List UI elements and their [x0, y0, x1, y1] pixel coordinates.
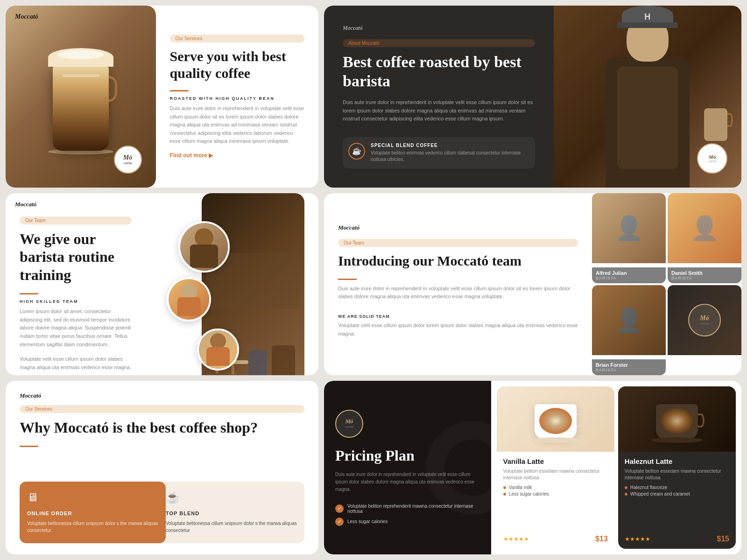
card3-body2: Voluptate velit esse cillum ipsum dolor …: [20, 355, 132, 371]
card1-body: Duis aute irure dolor in reprehenderit i…: [170, 105, 304, 146]
badge-mo: Mó: [709, 154, 716, 160]
vanilla-ingredient-1: Vanilla milk: [503, 485, 608, 490]
brian-photo: 👤: [592, 285, 666, 355]
team-section-body: Voluptate velit esse cillum ipsum dolor …: [338, 322, 578, 338]
haleznut-latte-info: Haleznut Latte Voluptate beliton essedam…: [618, 452, 736, 549]
team-member-alfred: 👤 Alfred Julian BARISTA: [592, 193, 666, 283]
haleznut-ingredient-1-text: Haleznut flavorize: [630, 485, 667, 490]
pricing-check2: ✓ Less sugar calories: [335, 518, 480, 526]
card3-text: Our Team We give our barista routine tra…: [20, 217, 132, 375]
pricing-dark-section: Mó •1970• Pricing Plan Duis aute irure d…: [324, 381, 491, 554]
check-icon-1: ✓: [335, 504, 344, 513]
vanilla-latte-img: [497, 386, 614, 452]
vanilla-ingredient-2: Less sugar calories: [503, 491, 608, 497]
check-icon-2: ✓: [335, 518, 344, 526]
haleznut-stars: ★★★★★: [625, 536, 650, 543]
alfred-name-overlay: Alfred Julian BARISTA: [592, 267, 666, 283]
card3-image-col: [141, 217, 304, 375]
card2-logo-badge: Mó •1970•: [697, 143, 727, 174]
alfred-photo: 👤: [592, 193, 666, 263]
daniel-name: Daniel Smith: [671, 270, 703, 276]
card5-tag: Our Services: [20, 405, 304, 413]
card2-title: Best coffee roasted by best barista: [343, 53, 535, 91]
product-haleznut-latte: Haleznut Latte Voluptate beliton essedam…: [618, 386, 736, 549]
barista-circle-3: [197, 329, 239, 371]
blend-title: SPECIAL BLEND COFFEE: [371, 143, 529, 148]
haleznut-ingredient-1: Haleznut flavorize: [625, 485, 729, 490]
dot-icon: [625, 486, 627, 489]
alfred-role: BARISTA: [596, 276, 662, 280]
team-photo-grid: 👤 Alfred Julian BARISTA 👤 Daniel Smith B…: [592, 193, 741, 375]
online-order-icon: 🖥: [27, 491, 158, 504]
coffee-photo: Mó •1970•: [6, 6, 156, 188]
card4-title: Introducing our Moccató team: [338, 252, 578, 269]
card-serve-quality: Mó •1970• Our Services Serve you with be…: [6, 6, 318, 188]
barista-circle-1: [178, 221, 230, 273]
brian-name: Brian Forster: [596, 362, 628, 368]
blend-body: Voluptate beliton enimvas vederico cillu…: [371, 150, 529, 163]
service-online-order: 🖥 ONLINE ORDER Voluptate belitonessa cil…: [20, 482, 166, 543]
badge-year: •1970•: [708, 160, 717, 163]
divider: [170, 90, 189, 91]
vanilla-ingredient-2-text: Less sugar calories: [509, 491, 549, 497]
logo-slot-img: Mó •1970•: [668, 285, 741, 355]
card2-body: Duis aute irure dolor in reprehenderit i…: [343, 98, 535, 123]
daniel-photo: 👤: [668, 193, 741, 263]
card5-brand: Moccató: [20, 392, 304, 399]
card2-text: Moccató About Moccató Best coffee roaste…: [324, 6, 554, 188]
pricing-logo: Mó •1970•: [335, 410, 363, 438]
haleznut-latte-desc: Voluptate beliton essedam mawna consecte…: [625, 468, 729, 481]
card2-image: H Mó •1970•: [554, 6, 741, 188]
card3-body1: Lorem ipsum dolor sit amet, consectetur …: [20, 308, 132, 349]
team-badge-mo: Mó: [700, 315, 709, 322]
card5-divider: [20, 446, 38, 447]
logo-badge: Mó •1970•: [114, 146, 142, 174]
card1-subtitle: ROASTED WITH HIGH QUALITY BEAN: [170, 96, 304, 101]
card2-tag: About Moccató: [343, 39, 535, 47]
dot-icon: [625, 493, 627, 496]
card3-brand: Moccató: [15, 201, 36, 208]
card1-text: Our Services Serve you with best quality…: [156, 6, 318, 188]
blend-icon: ☕: [348, 143, 365, 160]
daniel-role: BARISTA: [671, 276, 738, 280]
vanilla-stars: ★★★★★: [503, 536, 529, 543]
card3-divider: [20, 293, 38, 294]
card-team: Moccató Our Team Introducing our Moccató…: [324, 193, 741, 375]
card3-title: We give our barista routine training: [20, 230, 132, 284]
daniel-name-overlay: Daniel Smith BARISTA: [668, 267, 741, 283]
haleznut-ingredient-2: Whipped cream and caramel: [625, 491, 729, 497]
card2-brand: Moccató: [343, 25, 535, 32]
coffee-image-section: Mó •1970•: [6, 6, 156, 188]
card4-brand: Moccató: [338, 224, 578, 231]
barista-circle-2: [167, 277, 211, 322]
card1-tag: Our Services: [170, 35, 304, 42]
card5-content: Moccató Our Services Why Moccató is the …: [6, 381, 318, 554]
vanilla-stars-price: ★★★★★ $13: [503, 531, 608, 543]
pricing-logo-mo: Mó: [345, 418, 353, 425]
service1-body: Voluptate belitonessa cillum unipsum dol…: [27, 520, 158, 534]
team-logo-badge: Mó •1970•: [688, 304, 721, 336]
brian-name-overlay: Brian Forster BARISTA: [592, 359, 666, 375]
haleznut-latte-img: [618, 386, 736, 452]
service2-body: Voluptate belitonessa cillum unipsum dol…: [166, 520, 297, 534]
card1-title: Serve you with best quality coffee: [170, 48, 304, 82]
check2-text: Less sugar calories: [347, 519, 388, 524]
alfred-name: Alfred Julian: [596, 270, 627, 276]
card4-tag: Our Team: [338, 239, 578, 247]
card4-divider: [338, 279, 357, 280]
card5-services: 🖥 ONLINE ORDER Voluptate belitonessa cil…: [20, 482, 304, 543]
card3-tag: Our Team: [20, 217, 132, 224]
card4-body: Duis aute irure dolor in reprehenderit i…: [338, 285, 578, 301]
vanilla-price: $13: [595, 535, 608, 543]
team-badge-year: •1970•: [700, 322, 709, 326]
top-blend-icon: ☕: [166, 491, 297, 504]
find-out-more-link[interactable]: Find out more ▶: [170, 152, 304, 159]
service1-title: ONLINE ORDER: [27, 511, 158, 516]
pricing-product-cards: Vanilla Latte Voluptate beliton essedam …: [491, 381, 741, 554]
haleznut-ingredient-2-text: Whipped cream and caramel: [630, 491, 690, 497]
team-logo-slot: Mó •1970•: [668, 285, 741, 375]
card-why-moccato: Moccató Our Services Why Moccató is the …: [6, 381, 318, 554]
card3-subtitle: HIGH SKILLED TEAM: [20, 299, 132, 304]
card-best-coffee: Moccató About Moccató Best coffee roaste…: [324, 6, 741, 188]
special-blend: ☕ SPECIAL BLEND COFFEE Voluptate beliton…: [343, 137, 535, 168]
